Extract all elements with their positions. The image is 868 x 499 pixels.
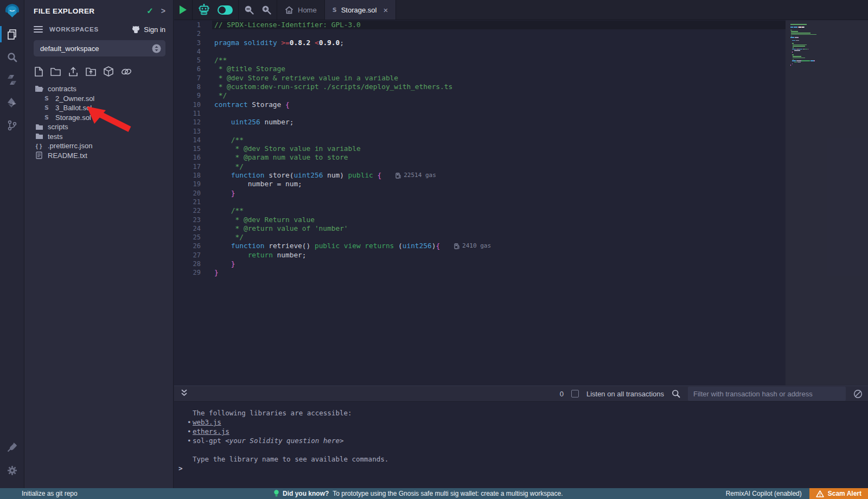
tree-item-2-owner-sol[interactable]: S2_Owner.sol — [24, 94, 173, 104]
line-number: 28 — [174, 260, 212, 268]
tree-item-label: 2_Owner.sol — [55, 94, 94, 103]
transaction-filter-input[interactable] — [688, 387, 846, 401]
select-arrows-icon — [152, 44, 161, 53]
minimap-slider — [786, 20, 868, 385]
tree-item-tests[interactable]: tests — [24, 132, 173, 142]
code-line-29[interactable]: 29} — [174, 268, 786, 277]
terminal[interactable]: The following libraries are accessible:•… — [174, 402, 868, 488]
sidebar-item-settings[interactable] — [0, 459, 24, 482]
tree-item--prettierrc-json[interactable]: { }.prettierrc.json — [24, 141, 173, 151]
run-script-button[interactable] — [180, 5, 187, 14]
sign-in-button[interactable]: Sign in — [131, 26, 165, 34]
ai-copilot-button[interactable] — [198, 4, 210, 16]
tree-item-contracts[interactable]: contracts — [24, 84, 173, 94]
terminal-expand-button[interactable] — [181, 389, 188, 399]
code-line-14[interactable]: 14 /** — [174, 136, 786, 144]
tree-item-storage-sol[interactable]: SStorage.sol — [24, 113, 173, 123]
zoom-out-button[interactable] — [244, 5, 254, 15]
tree-item-scripts[interactable]: scripts — [24, 122, 173, 132]
remix-logo[interactable] — [0, 0, 24, 23]
zoom-in-button[interactable] — [261, 5, 271, 15]
code-line-28[interactable]: 28 } — [174, 260, 786, 268]
code-line-5[interactable]: 5/** — [174, 56, 786, 65]
link-button[interactable] — [121, 67, 132, 76]
line-number: 8 — [174, 83, 212, 91]
tree-item-readme-txt[interactable]: README.txt — [24, 151, 173, 161]
code-line-24[interactable]: 24 * @return value of 'number' — [174, 224, 786, 233]
code-line-13[interactable]: 13 — [174, 127, 786, 136]
new-folder-button[interactable] — [50, 67, 61, 76]
terminal-link[interactable]: ethers.js — [193, 427, 229, 435]
workspace-name: default_workspace — [40, 45, 152, 53]
tab-home[interactable]: Home — [277, 0, 324, 20]
workspace-select[interactable]: default_workspace — [34, 40, 165, 56]
line-number: 1 — [174, 21, 212, 29]
copilot-toggle[interactable] — [218, 5, 233, 15]
code-line-2[interactable]: 2 — [174, 29, 786, 38]
code-line-19[interactable]: 19 number = num; — [174, 180, 786, 188]
upload-file-button[interactable] — [68, 67, 78, 77]
folder-icon — [35, 133, 43, 140]
code-editor[interactable]: 1// SPDX-License-Identifier: GPL-3.023pr… — [174, 20, 868, 386]
robot-icon — [198, 4, 210, 16]
code-line-3[interactable]: 3pragma solidity >=0.8.2 <0.9.0; — [174, 39, 786, 47]
listen-checkbox[interactable] — [571, 390, 579, 397]
file-explorer-toolbar — [24, 56, 173, 82]
clear-console-icon[interactable] — [853, 389, 863, 399]
play-icon — [180, 5, 187, 14]
code-line-25[interactable]: 25 */ — [174, 233, 786, 242]
publish-box-button[interactable] — [104, 66, 113, 77]
terminal-link[interactable]: web3.js — [193, 418, 221, 426]
code-line-20[interactable]: 20 } — [174, 189, 786, 198]
terminal-search-icon[interactable] — [672, 389, 680, 398]
code-line-8[interactable]: 8 * @custom:dev-run-script ./scripts/dep… — [174, 83, 786, 91]
sidebar-item-file-explorer[interactable] — [0, 23, 24, 46]
sidebar-item-git[interactable] — [0, 114, 24, 137]
deploy-run-icon — [7, 97, 17, 108]
code-line-23[interactable]: 23 * @dev Return value — [174, 216, 786, 224]
line-number: 17 — [174, 162, 212, 171]
sidebar-item-search[interactable] — [0, 46, 24, 68]
line-number: 18 — [174, 171, 212, 180]
code-line-27[interactable]: 27 return number; — [174, 251, 786, 260]
workspaces-label: WORKSPACES — [49, 26, 131, 33]
tree-item-3-ballot-sol[interactable]: S3_Ballot.sol — [24, 103, 173, 113]
code-line-21[interactable]: 21 — [174, 198, 786, 206]
new-file-button[interactable] — [35, 67, 43, 77]
code-line-10[interactable]: 10contract Storage { — [174, 100, 786, 109]
git-init-button[interactable]: Initialize as git repo — [0, 490, 78, 497]
code-line-6[interactable]: 6 * @title Storage — [174, 65, 786, 73]
code-line-1[interactable]: 1// SPDX-License-Identifier: GPL-3.0 — [174, 21, 786, 29]
git-branch-icon — [7, 120, 17, 131]
sidebar-item-plugin-manager[interactable] — [0, 436, 24, 459]
upload-folder-button[interactable] — [86, 67, 96, 76]
transaction-count: 0 — [560, 390, 564, 398]
tab-storage-sol[interactable]: S Storage.sol × — [324, 0, 396, 20]
code-line-11[interactable]: 11 — [174, 109, 786, 118]
copilot-status[interactable]: RemixAI Copilot (enabled) — [726, 490, 802, 497]
line-number: 23 — [174, 216, 212, 224]
chevron-right-icon[interactable]: > — [161, 7, 165, 15]
minimap[interactable] — [786, 20, 868, 386]
code-line-18[interactable]: 18 function store(uint256 num) public {2… — [174, 171, 786, 180]
sidebar-item-deploy-and-run[interactable] — [0, 91, 24, 114]
code-line-12[interactable]: 12 uint256 number; — [174, 118, 786, 127]
terminal-line — [187, 445, 868, 454]
github-icon — [131, 26, 141, 34]
tab-close-icon[interactable]: × — [383, 5, 388, 15]
code-line-15[interactable]: 15 * @dev Store value in variable — [174, 144, 786, 153]
code-line-22[interactable]: 22 /** — [174, 206, 786, 215]
code-line-7[interactable]: 7 * @dev Store & retrieve value in a var… — [174, 74, 786, 83]
code-line-26[interactable]: 26 function retrieve() public view retur… — [174, 242, 786, 250]
code-line-17[interactable]: 17 */ — [174, 162, 786, 171]
code-line-9[interactable]: 9 */ — [174, 91, 786, 100]
code-line-4[interactable]: 4 — [174, 47, 786, 56]
scam-alert-button[interactable]: Scam Alert — [809, 488, 868, 499]
code-line-16[interactable]: 16 * @param num value to store — [174, 153, 786, 162]
did-you-know-tip: Did you know? To prototype using the Gno… — [274, 490, 563, 497]
solidity-compiler-icon — [7, 74, 17, 85]
sign-in-label: Sign in — [144, 26, 165, 34]
sidebar-item-solidity-compiler[interactable] — [0, 68, 24, 91]
workspaces-menu-icon[interactable] — [34, 26, 43, 33]
terminal-prompt: > — [178, 464, 183, 472]
